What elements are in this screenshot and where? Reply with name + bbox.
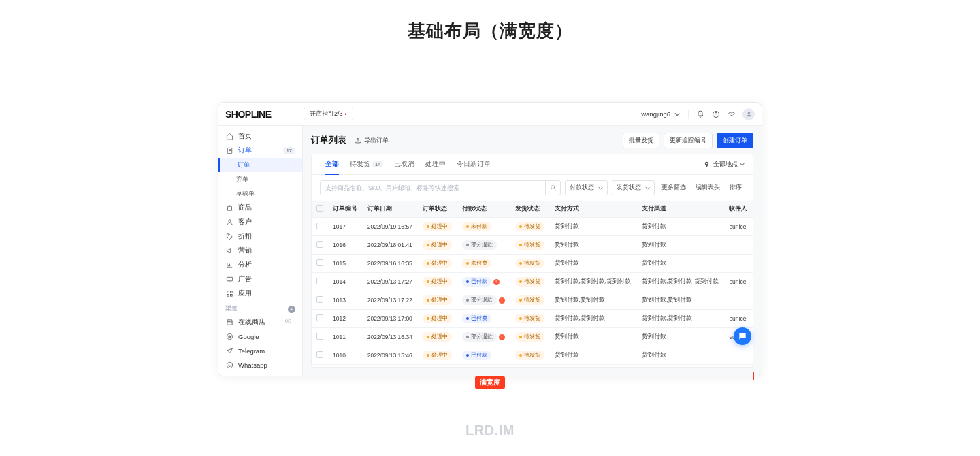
sort[interactable]: 排序 [727, 184, 745, 192]
eye-icon[interactable] [281, 317, 295, 327]
col-header: 发货状态 [510, 201, 550, 218]
table-row[interactable]: 10162022/09/18 01:41处理中部分退款待发货货到付款货到付款 [312, 236, 753, 255]
bell-icon[interactable] [696, 110, 704, 118]
home-icon [225, 132, 234, 141]
search-input[interactable] [321, 184, 545, 191]
location-pin-icon [702, 160, 711, 169]
tab-已取消[interactable]: 已取消 [389, 154, 420, 174]
create-order-button[interactable]: 创建订单 [717, 133, 753, 148]
cell-pay-status: 已付款! [457, 273, 510, 291]
tab-全部[interactable]: 全部 [320, 154, 344, 174]
sidebar-item-label: 订单 [238, 161, 250, 169]
row-checkbox[interactable] [316, 223, 323, 229]
tab-待发货[interactable]: 待发货14 [344, 154, 389, 174]
cell-recipient [724, 365, 753, 368]
chat-bubble[interactable] [734, 327, 751, 345]
wifi-icon[interactable] [727, 110, 736, 118]
search-button[interactable] [545, 181, 560, 195]
grid-icon [225, 289, 234, 298]
status-chip: 待发货 [515, 295, 544, 305]
status-chip: 处理中 [423, 314, 452, 323]
edit-header[interactable]: 编辑表头 [693, 184, 723, 192]
export-orders[interactable]: 导出订单 [353, 136, 389, 145]
avatar[interactable] [742, 108, 755, 120]
sidebar-channel-telegram[interactable]: Telegram [218, 344, 302, 358]
tab-处理中[interactable]: 处理中 [420, 154, 451, 174]
onboarding-guide-pill[interactable]: 开店指引2/3 • [304, 108, 353, 120]
cell-pay-channel: 货到付款,货到付款 [637, 310, 724, 328]
cell-date: 2022/09/13 17:00 [363, 310, 418, 328]
cell-ship-status: 待发货 [510, 346, 550, 365]
cell-pay-method: 货到付款 [550, 255, 637, 273]
screen-icon [225, 275, 234, 284]
sidebar-item-sub-abandoned[interactable]: 弃单 [218, 172, 302, 186]
tab-count: 14 [372, 161, 383, 167]
tele-icon [225, 346, 234, 355]
sidebar-channel-google[interactable]: Google [218, 329, 302, 344]
sidebar-item-analytics[interactable]: 分析 [218, 258, 302, 272]
table-row[interactable]: 10142022/09/13 17:27处理中已付款!待发货货到付款,货到付款,… [312, 273, 753, 291]
table-row[interactable]: 10112022/09/13 16:34处理中部分退款!待发货货到付款货到付款e… [312, 328, 753, 346]
table-wrap[interactable]: 订单编号订单日期订单状态付款状态发货状态支付方式支付渠道收件人 10172022… [312, 201, 753, 367]
update-tracking-button[interactable]: 更新追踪编号 [664, 133, 713, 148]
svg-point-10 [287, 320, 289, 322]
sidebar-item-sub-draft[interactable]: 草稿单 [218, 186, 302, 201]
bulk-ship-button[interactable]: 批量发货 [623, 133, 659, 148]
more-filters[interactable]: 更多筛选 [659, 184, 689, 192]
sidebar-item-orders[interactable]: 订单17 [218, 144, 302, 158]
row-checkbox[interactable] [316, 351, 323, 358]
status-chip: 处理中 [423, 332, 452, 342]
sidebar-channel-online-store[interactable]: 在线商店 [218, 314, 302, 329]
location-filter[interactable]: 全部地点 [702, 160, 745, 169]
cell-order-status: 处理中 [418, 255, 457, 273]
table-row[interactable]: 10102022/09/13 15:46处理中已付款待发货货到付款货到付款 [312, 346, 753, 365]
select-all-checkbox[interactable] [316, 205, 323, 212]
sidebar-item-home[interactable]: 首页 [218, 129, 302, 144]
cell-pay-method: 货到付款 [550, 365, 637, 368]
sidebar-item-label: 广告 [238, 275, 252, 284]
sidebar-channel-whatsapp[interactable]: Whatsapp [218, 358, 302, 372]
cell-order-id: 1013 [328, 291, 363, 310]
cell-order-id: 1017 [328, 218, 363, 236]
logo-text: PLINE [245, 109, 272, 120]
cell-ship-status: 待发货 [510, 328, 550, 346]
sidebar: 首页订单17订单弃单草稿单商品客户折扣营销分析广告应用渠道+在线商店Google… [218, 126, 303, 376]
row-checkbox[interactable] [316, 259, 323, 266]
sidebar-item-marketing[interactable]: 营销 [218, 244, 302, 258]
cell-date: 2022/09/13 16:34 [363, 328, 418, 346]
cell-pay-status: 未付费 [457, 255, 510, 273]
annotation-label: 满宽度 [475, 376, 505, 389]
table-row[interactable]: 10132022/09/13 17:22处理中部分退款!待发货货到付款,货到付款… [312, 291, 753, 310]
help-icon[interactable] [711, 110, 720, 118]
pay-status-select[interactable]: 付款状态 [565, 180, 608, 195]
row-checkbox[interactable] [316, 278, 323, 284]
col-header: 支付渠道 [637, 201, 724, 218]
sidebar-item-apps[interactable]: 应用 [218, 287, 302, 301]
table-row[interactable]: 10122022/09/13 17:00处理中已付费待发货货到付款,货到付款货到… [312, 310, 753, 328]
ship-status-select[interactable]: 发货状态 [612, 180, 655, 195]
sidebar-item-discount[interactable]: 折扣 [218, 229, 302, 244]
svg-point-14 [551, 186, 554, 189]
logo-text: O [238, 109, 244, 120]
status-chip: 待发货 [515, 332, 544, 342]
sidebar-item-products[interactable]: 商品 [218, 201, 302, 215]
table-row[interactable]: 10092022/09/13 15:08处理中未付款待发货货到付款货到付款 [312, 365, 753, 368]
logo: SHOPLINE [225, 109, 304, 120]
row-checkbox[interactable] [316, 296, 323, 303]
cell-date: 2022/09/13 15:08 [363, 365, 418, 368]
user-menu[interactable]: wangjing6 [641, 110, 681, 118]
row-checkbox[interactable] [316, 241, 323, 248]
row-checkbox[interactable] [316, 333, 323, 340]
add-channel-icon[interactable]: + [288, 306, 295, 313]
cell-recipient [724, 291, 753, 310]
sidebar-item-sub-orders[interactable]: 订单 [218, 158, 302, 172]
table-row[interactable]: 10172022/09/19 16:57处理中未付款待发货货到付款货到付款eun… [312, 218, 753, 236]
status-chip: 部分退款 [462, 295, 497, 305]
store-icon [225, 318, 234, 327]
sidebar-item-ads[interactable]: 广告 [218, 272, 302, 287]
sidebar-item-customers[interactable]: 客户 [218, 215, 302, 229]
tab-今日新订单[interactable]: 今日新订单 [451, 154, 496, 174]
row-checkbox[interactable] [316, 314, 323, 321]
table-row[interactable]: 10152022/09/16 16:35处理中未付费待发货货到付款货到付款 [312, 255, 753, 273]
sidebar-channel-facebook[interactable]: Facebook [218, 372, 302, 376]
